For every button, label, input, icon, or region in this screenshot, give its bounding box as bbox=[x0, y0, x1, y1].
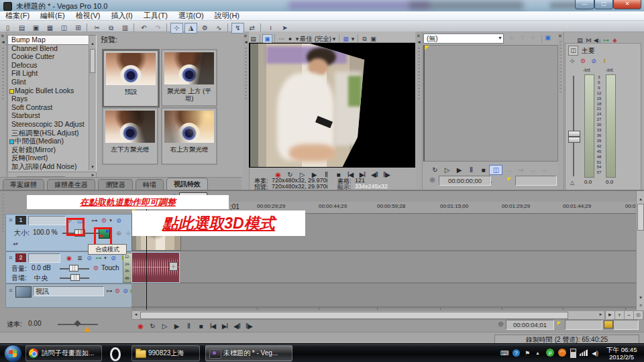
tab-video-fx[interactable]: 視訊特效 bbox=[166, 178, 208, 190]
cut-icon[interactable]: ✂ bbox=[91, 23, 103, 34]
clock-date[interactable]: 2012/2/5 bbox=[609, 353, 634, 361]
fx-item[interactable]: Fill Light bbox=[8, 69, 89, 78]
drag-handle-icon[interactable]: ≡ bbox=[7, 253, 15, 261]
fx-item[interactable]: Channel Blend bbox=[8, 44, 89, 53]
fx-item[interactable]: Glint bbox=[8, 78, 89, 86]
opera-icon[interactable] bbox=[110, 347, 121, 361]
save-icon[interactable]: ▣ bbox=[30, 23, 42, 34]
trimmer-workspace[interactable] bbox=[423, 45, 558, 162]
track-fx-icon[interactable]: ⊶ bbox=[105, 287, 113, 295]
bus-icon[interactable]: ◫ bbox=[568, 46, 578, 56]
fx-item[interactable]: Stereoscopic 3D Adjust bbox=[8, 120, 89, 129]
auto-ripple-icon[interactable]: ◮ bbox=[184, 23, 197, 34]
undo-icon[interactable]: ↶ bbox=[138, 23, 150, 34]
tab-media-generators[interactable]: 媒體產生器 bbox=[47, 179, 95, 190]
fx-chain-icon[interactable]: ⊹ bbox=[568, 57, 576, 65]
help-tray-icon[interactable]: ? bbox=[513, 349, 520, 357]
scroll-down-icon[interactable]: ▼ bbox=[89, 164, 96, 170]
list-vscrollbar[interactable]: ▲ ▼ bbox=[89, 36, 96, 170]
vlc-tray-icon[interactable]: ◠ bbox=[558, 349, 566, 357]
selection-end-field[interactable] bbox=[613, 320, 639, 330]
menu-tools[interactable]: 工具(T) bbox=[138, 11, 173, 19]
play-from-start-button[interactable]: ▷ bbox=[158, 322, 170, 330]
make-child-icon[interactable]: ⊕ bbox=[115, 229, 123, 237]
flag-icon[interactable]: ⚑ bbox=[525, 349, 530, 357]
fx-item[interactable]: Bump Map bbox=[8, 36, 89, 44]
mute-icon[interactable]: ⊘ bbox=[590, 57, 598, 65]
tab-explorer[interactable]: 瀏覽器 bbox=[98, 179, 133, 190]
scroll-down-icon[interactable]: ▼ bbox=[637, 294, 644, 301]
close-icon[interactable]: ✕ bbox=[558, 32, 562, 41]
preset-tile-spot-topright[interactable]: 右上方聚光燈 bbox=[161, 107, 217, 165]
zoom-out-icon[interactable]: − bbox=[624, 310, 634, 320]
menu-edit[interactable]: 編輯(E) bbox=[35, 11, 70, 19]
stop-button[interactable]: ■ bbox=[195, 322, 207, 330]
minimize-button[interactable]: — bbox=[575, 0, 594, 9]
copy-icon[interactable]: ⧉ bbox=[105, 23, 117, 34]
snap-icon[interactable]: ⊹ bbox=[170, 23, 183, 34]
monitor-icon[interactable]: ▣ bbox=[543, 34, 552, 42]
composite-child-icon[interactable]: ●▾ bbox=[11, 240, 19, 248]
fx-item[interactable]: 反射鏡(Mirror) bbox=[8, 145, 89, 154]
zoom-in-icon[interactable]: + bbox=[614, 310, 625, 320]
trimmer-combo[interactable]: (無) ▼ bbox=[423, 34, 504, 44]
capture-icon[interactable]: ◫ bbox=[58, 23, 70, 34]
mute-icon[interactable]: ⊘ bbox=[109, 254, 117, 262]
automation-gear-icon[interactable]: ⚙ bbox=[113, 287, 121, 295]
automation-gear-icon[interactable]: ⚙ bbox=[92, 264, 100, 272]
pin-icon[interactable]: ◄ bbox=[1, 38, 5, 47]
add-media-a-button[interactable]: → bbox=[502, 166, 515, 174]
event-fade-handle[interactable]: ⊹ bbox=[169, 262, 178, 271]
preset-tile-spot-top[interactable]: 聚光燈 上方 (平坦) bbox=[161, 49, 217, 107]
arm-record-icon[interactable]: ◉ bbox=[65, 254, 73, 262]
track-name-field[interactable] bbox=[28, 253, 60, 263]
task-vegas[interactable]: 未標題的 * - Veg... bbox=[205, 345, 292, 361]
remove-fx-icon[interactable]: ✕ bbox=[529, 34, 537, 42]
plugin-panel-grip[interactable]: ✕ ◄ bbox=[0, 32, 7, 190]
go-to-start-button[interactable]: Ⅰ◀ bbox=[207, 322, 219, 330]
fx-package-icon[interactable]: ⊕ bbox=[507, 34, 516, 42]
track-header-2[interactable]: ≡ 2 ◉ ≣ ⊘ ⊶ ▾ ⊘ ! 音量: 0.0 dB ⚙ Touch ▾ 音… bbox=[5, 251, 133, 284]
scroll-up-icon[interactable]: ▲ bbox=[637, 196, 644, 202]
pin-icon[interactable]: ◄ bbox=[244, 38, 248, 47]
trimmer-time-field[interactable]: 00:00:00;00 bbox=[439, 176, 491, 186]
fx-item[interactable]: Soft Contrast bbox=[8, 103, 89, 112]
drag-handle-icon[interactable]: ≡ bbox=[7, 286, 15, 294]
task-chrome[interactable]: 請問子母畫面如... bbox=[25, 345, 102, 361]
fx-item[interactable]: 反轉(Invert) bbox=[8, 154, 89, 162]
trimmer-aux-field[interactable] bbox=[515, 176, 557, 186]
volume-slider-handle[interactable] bbox=[69, 265, 78, 272]
menu-file[interactable]: 檔案(F) bbox=[0, 11, 35, 19]
drag-handle-icon[interactable]: ≡ bbox=[7, 216, 15, 224]
scroll-right-icon[interactable]: ► bbox=[597, 311, 604, 318]
chevron-down-icon[interactable]: ▾ bbox=[101, 254, 109, 262]
go-to-end-button[interactable]: ▶Ⅰ bbox=[219, 322, 231, 330]
bulb-icon[interactable]: ◎ bbox=[496, 320, 505, 328]
fx-item[interactable]: Magic Bullet Looks bbox=[8, 86, 89, 95]
scroll-up-icon[interactable]: ▲ bbox=[89, 41, 96, 47]
track-header-3[interactable]: ≡ 視訊 ⊶ ⚙ ⊘ ⊕ bbox=[5, 284, 133, 308]
preset-tile-spot-bottomleft[interactable]: 左下方聚光燈 bbox=[102, 107, 158, 165]
ignore-grouping-icon[interactable]: ∿ bbox=[213, 23, 225, 34]
redo-icon[interactable]: ↷ bbox=[152, 23, 164, 34]
keyboard-icon[interactable]: ⌨ bbox=[500, 349, 509, 357]
pan-slider-handle[interactable] bbox=[70, 274, 80, 281]
scroll-thumb[interactable] bbox=[90, 49, 95, 73]
phase-icon[interactable]: ≣ bbox=[76, 254, 84, 262]
pause-button[interactable]: Ⅱ bbox=[182, 322, 195, 330]
track-fx-icon[interactable]: ⊶ bbox=[91, 217, 99, 225]
record-button[interactable]: ◉ bbox=[134, 322, 146, 330]
fx-item[interactable]: Defocus bbox=[8, 61, 89, 70]
menu-options[interactable]: 選項(O) bbox=[173, 11, 209, 19]
fit-button[interactable]: ↔ bbox=[527, 166, 539, 174]
paste-icon[interactable]: ▥ bbox=[119, 23, 131, 34]
preview-quality-label[interactable]: 最佳 (完全) bbox=[300, 35, 331, 42]
pin-icon[interactable]: ◄ bbox=[417, 38, 421, 47]
bulb-icon[interactable]: ◎ bbox=[428, 176, 437, 184]
trimmer-panel-grip[interactable]: ✕ ◄ bbox=[416, 32, 423, 190]
automation-mode-label[interactable]: Touch bbox=[101, 264, 119, 272]
apply-fx-icon[interactable]: ↯ bbox=[518, 34, 527, 42]
scroll-thumb[interactable] bbox=[140, 312, 568, 319]
open-icon[interactable]: ▤ bbox=[15, 23, 28, 34]
mute-icon[interactable]: ⊘ bbox=[115, 217, 123, 225]
